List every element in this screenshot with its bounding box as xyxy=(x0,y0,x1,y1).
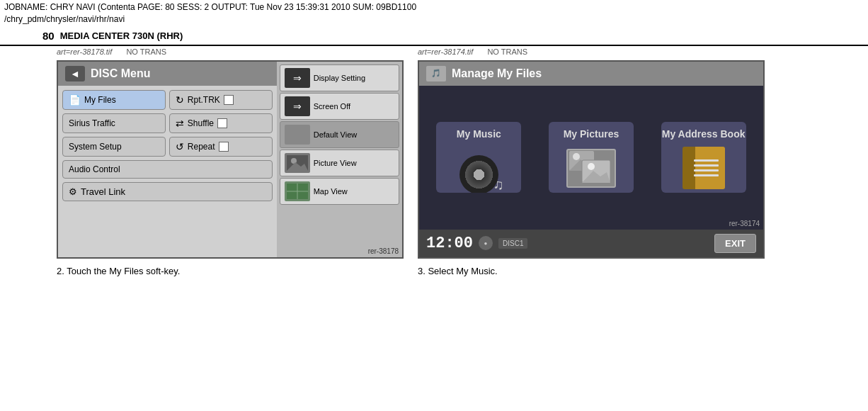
disc-menu-title: DISC Menu xyxy=(91,67,150,80)
rpt-trk-button[interactable]: ↻ Rpt.TRK xyxy=(169,90,273,110)
picture-view-icon xyxy=(285,153,310,173)
music-image: ♫ xyxy=(440,147,517,189)
music-note-icon: ♫ xyxy=(493,176,504,193)
display-setting-icon: ⇒ xyxy=(285,68,310,88)
header-line1: JOBNAME: CHRY NAVI (Contenta PAGE: 80 SE… xyxy=(4,1,864,13)
audio-control-label: Audio Control xyxy=(69,164,120,174)
files-icon: 📄 xyxy=(69,94,81,106)
sirius-traffic-label: Sirius Traffic xyxy=(69,118,115,128)
manage-content: My Music ♫ My Pictures xyxy=(419,86,763,230)
left-no-trans: NO TRANS xyxy=(126,47,166,56)
time-display: 12:00 xyxy=(426,235,473,252)
display-setting-button[interactable]: ⇒ Display Setting xyxy=(280,64,399,91)
caption-left: 2. Touch the My Files soft-key. xyxy=(57,266,404,276)
shuffle-icon: ⇄ xyxy=(176,118,184,129)
display-setting-label: Display Setting xyxy=(314,74,365,82)
book-image xyxy=(666,147,742,189)
map-view-button[interactable]: Map View xyxy=(280,178,399,205)
repeat-checkbox[interactable] xyxy=(219,142,229,152)
screens-row: ◄ DISC Menu 📄 My Files ↻ Rpt.TRK xyxy=(0,60,868,259)
disc-row-3: System Setup ↺ Repeat xyxy=(62,137,273,157)
exit-button[interactable]: EXIT xyxy=(714,234,756,253)
left-rer-label: rer-38178 xyxy=(368,247,399,255)
my-address-book-box[interactable]: My Address Book xyxy=(661,122,746,193)
system-setup-label: System Setup xyxy=(69,142,122,152)
default-view-label: Default View xyxy=(314,130,358,139)
disc-row-5: ⚙ Travel Link xyxy=(62,182,273,201)
my-files-label: My Files xyxy=(84,95,116,105)
shuffle-button[interactable]: ⇄ Shuffle xyxy=(169,113,273,133)
repeat-icon2: ↺ xyxy=(176,141,184,152)
repeat-icon: ↻ xyxy=(176,94,184,106)
book-line-4 xyxy=(694,174,719,176)
screen-off-icon: ⇒ xyxy=(285,96,310,116)
disc-menu-items: 📄 My Files ↻ Rpt.TRK Sirius Traffic xyxy=(58,86,277,257)
manage-header: 🎵 Manage My Files xyxy=(419,62,763,86)
map-view-label: Map View xyxy=(314,187,348,196)
my-music-box[interactable]: My Music ♫ xyxy=(436,122,521,193)
travel-link-button[interactable]: ⚙ Travel Link xyxy=(62,182,273,201)
map-view-icon xyxy=(285,181,310,201)
book-icon xyxy=(683,147,725,189)
manage-bottom-bar: 12:00 ● DISC1 EXIT xyxy=(419,230,763,257)
disc-row-2: Sirius Traffic ⇄ Shuffle xyxy=(62,113,273,133)
screen-off-button[interactable]: ⇒ Screen Off xyxy=(280,93,399,120)
right-art-ref: art=rer-38174.tif xyxy=(418,47,473,56)
disc-header: ◄ DISC Menu xyxy=(58,62,277,86)
my-pictures-box[interactable]: My Pictures xyxy=(549,122,634,193)
disc-row-4: Audio Control xyxy=(62,160,273,179)
cd-icon: ● xyxy=(479,236,493,250)
screen-off-label: Screen Off xyxy=(314,102,350,111)
rpt-trk-checkbox[interactable] xyxy=(224,95,234,105)
my-pictures-option[interactable]: My Pictures xyxy=(549,122,634,193)
book-lines xyxy=(688,159,719,176)
my-address-book-option[interactable]: My Address Book xyxy=(661,122,746,193)
repeat-button[interactable]: ↺ Repeat xyxy=(169,137,273,157)
default-view-icon xyxy=(285,125,310,145)
my-music-label: My Music xyxy=(436,128,521,140)
art-left: art=rer-38178.tif NO TRANS xyxy=(57,47,404,56)
caption-right: 3. Select My Music. xyxy=(418,266,765,276)
my-address-book-label: My Address Book xyxy=(661,128,746,140)
manage-title: Manage My Files xyxy=(452,67,542,80)
back-button[interactable]: ◄ xyxy=(65,66,85,81)
page-number: 80 xyxy=(42,30,55,42)
art-labels-row: art=rer-38178.tif NO TRANS art=rer-38174… xyxy=(0,46,868,57)
rpt-trk-label: Rpt.TRK xyxy=(188,95,220,105)
repeat-label: Repeat xyxy=(188,142,215,152)
art-right: art=rer-38174.tif NO TRANS xyxy=(418,47,765,56)
pictures-image xyxy=(553,147,629,189)
disc-right-panel: ⇒ Display Setting ⇒ Screen Off Default V… xyxy=(277,62,402,257)
svg-point-8 xyxy=(573,153,580,160)
disc-main-panel: ◄ DISC Menu 📄 My Files ↻ Rpt.TRK xyxy=(58,62,277,257)
shuffle-label: Shuffle xyxy=(188,118,214,128)
my-pictures-label: My Pictures xyxy=(549,128,634,140)
my-music-option[interactable]: My Music ♫ xyxy=(436,122,521,193)
header-bar: JOBNAME: CHRY NAVI (Contenta PAGE: 80 SE… xyxy=(0,0,868,27)
section-title: 80 MEDIA CENTER 730N (RHR) xyxy=(0,27,868,46)
right-no-trans: NO TRANS xyxy=(487,47,527,56)
photos-preview-icon xyxy=(566,149,616,188)
manage-header-icon: 🎵 xyxy=(426,66,446,81)
disc-indicator: DISC1 xyxy=(498,238,527,249)
sirius-traffic-button[interactable]: Sirius Traffic xyxy=(62,113,166,133)
shuffle-checkbox[interactable] xyxy=(217,118,227,128)
book-line-2 xyxy=(694,164,719,167)
my-files-button[interactable]: 📄 My Files xyxy=(62,90,166,110)
captions-row: 2. Touch the My Files soft-key. 3. Selec… xyxy=(0,259,868,276)
disc-screen: ◄ DISC Menu 📄 My Files ↻ Rpt.TRK xyxy=(57,60,404,259)
picture-view-label: Picture View xyxy=(314,159,357,167)
disc-row-1: 📄 My Files ↻ Rpt.TRK xyxy=(62,90,273,110)
svg-point-11 xyxy=(588,163,595,170)
left-art-ref: art=rer-38178.tif xyxy=(57,47,112,56)
travel-icon: ⚙ xyxy=(69,186,77,197)
travel-link-label: Travel Link xyxy=(81,186,125,197)
section-name: MEDIA CENTER 730N (RHR) xyxy=(60,30,183,41)
audio-control-button[interactable]: Audio Control xyxy=(62,160,273,179)
book-line-1 xyxy=(694,159,719,162)
system-setup-button[interactable]: System Setup xyxy=(62,137,166,157)
default-view-button[interactable]: Default View xyxy=(280,121,399,148)
picture-view-button[interactable]: Picture View xyxy=(280,150,399,176)
manage-screen: 🎵 Manage My Files My Music ♫ xyxy=(418,60,765,259)
header-line2: /chry_pdm/chrysler/navi/rhr/navi xyxy=(4,13,864,26)
